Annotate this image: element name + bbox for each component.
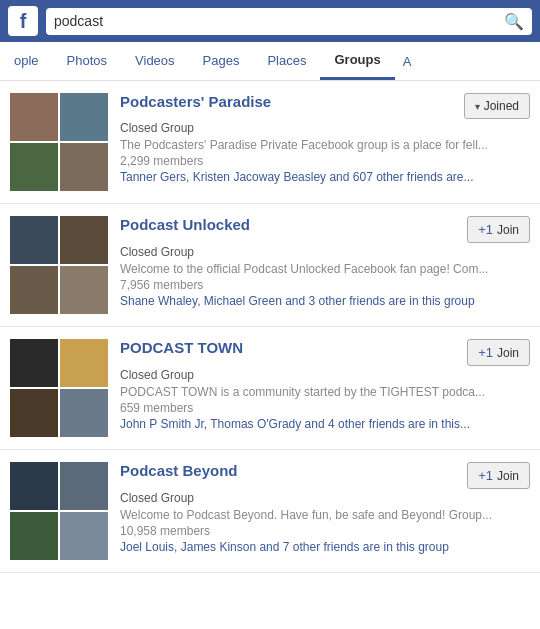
group-name[interactable]: PODCAST TOWN xyxy=(120,339,243,356)
tab-more[interactable]: A xyxy=(395,44,420,79)
group-photo xyxy=(10,266,58,314)
plus-icon: +1 xyxy=(478,345,493,360)
group-photo xyxy=(60,216,108,264)
group-description: The Podcasters' Paradise Private Faceboo… xyxy=(120,138,530,152)
group-header-row: PODCAST TOWN +1 Join xyxy=(120,339,530,366)
search-bar: 🔍 xyxy=(46,8,532,35)
group-photo xyxy=(60,266,108,314)
header: f 🔍 xyxy=(0,0,540,42)
tab-people[interactable]: ople xyxy=(0,43,53,80)
join-button[interactable]: +1 Join xyxy=(467,216,530,243)
tab-groups[interactable]: Groups xyxy=(320,42,394,80)
group-item: Podcast Beyond +1 Join Closed Group Welc… xyxy=(0,450,540,573)
group-friends: Joel Louis, James Kinson and 7 other fri… xyxy=(120,540,530,554)
group-photos xyxy=(10,462,110,560)
nav-tabs: ople Photos Videos Pages Places Groups A xyxy=(0,42,540,81)
search-button[interactable]: 🔍 xyxy=(504,12,524,31)
group-friends: Shane Whaley, Michael Green and 3 other … xyxy=(120,294,530,308)
tab-pages[interactable]: Pages xyxy=(189,43,254,80)
plus-icon: +1 xyxy=(478,468,493,483)
join-button[interactable]: +1 Join xyxy=(467,339,530,366)
group-photo xyxy=(60,462,108,510)
facebook-logo: f xyxy=(8,6,38,36)
group-item: PODCAST TOWN +1 Join Closed Group PODCAS… xyxy=(0,327,540,450)
group-members: 10,958 members xyxy=(120,524,530,538)
group-photo xyxy=(60,512,108,560)
group-info: Podcast Unlocked +1 Join Closed Group We… xyxy=(120,216,530,314)
group-info: Podcasters' Paradise ▾ Joined Closed Gro… xyxy=(120,93,530,191)
group-members: 7,956 members xyxy=(120,278,530,292)
group-info: PODCAST TOWN +1 Join Closed Group PODCAS… xyxy=(120,339,530,437)
group-friends: Tanner Gers, Kristen Jacoway Beasley and… xyxy=(120,170,530,184)
group-item: Podcasters' Paradise ▾ Joined Closed Gro… xyxy=(0,81,540,204)
group-photo xyxy=(10,339,58,387)
group-photo xyxy=(10,93,58,141)
group-info: Podcast Beyond +1 Join Closed Group Welc… xyxy=(120,462,530,560)
tab-photos[interactable]: Photos xyxy=(53,43,121,80)
group-type: Closed Group xyxy=(120,245,530,259)
group-photo xyxy=(60,389,108,437)
group-description: PODCAST TOWN is a community started by t… xyxy=(120,385,530,399)
group-header-row: Podcast Unlocked +1 Join xyxy=(120,216,530,243)
tab-places[interactable]: Places xyxy=(253,43,320,80)
group-photo xyxy=(10,389,58,437)
group-item: Podcast Unlocked +1 Join Closed Group We… xyxy=(0,204,540,327)
group-description: Welcome to the official Podcast Unlocked… xyxy=(120,262,530,276)
group-type: Closed Group xyxy=(120,121,530,135)
group-header-row: Podcasters' Paradise ▾ Joined xyxy=(120,93,530,119)
group-type: Closed Group xyxy=(120,368,530,382)
group-photo xyxy=(10,216,58,264)
plus-icon: +1 xyxy=(478,222,493,237)
group-photos xyxy=(10,216,110,314)
group-name[interactable]: Podcast Unlocked xyxy=(120,216,250,233)
group-description: Welcome to Podcast Beyond. Have fun, be … xyxy=(120,508,530,522)
join-button[interactable]: +1 Join xyxy=(467,462,530,489)
tab-videos[interactable]: Videos xyxy=(121,43,189,80)
group-header-row: Podcast Beyond +1 Join xyxy=(120,462,530,489)
group-members: 659 members xyxy=(120,401,530,415)
group-photo xyxy=(10,143,58,191)
search-input[interactable] xyxy=(54,13,498,29)
group-name[interactable]: Podcast Beyond xyxy=(120,462,238,479)
group-photos xyxy=(10,339,110,437)
groups-list: Podcasters' Paradise ▾ Joined Closed Gro… xyxy=(0,81,540,573)
group-photo xyxy=(60,143,108,191)
joined-button[interactable]: ▾ Joined xyxy=(464,93,530,119)
group-photos xyxy=(10,93,110,191)
group-photo xyxy=(60,339,108,387)
group-photo xyxy=(10,462,58,510)
chevron-down-icon: ▾ xyxy=(475,101,480,112)
group-members: 2,299 members xyxy=(120,154,530,168)
group-photo xyxy=(60,93,108,141)
group-name[interactable]: Podcasters' Paradise xyxy=(120,93,271,110)
group-friends: John P Smith Jr, Thomas O'Grady and 4 ot… xyxy=(120,417,530,431)
group-photo xyxy=(10,512,58,560)
group-type: Closed Group xyxy=(120,491,530,505)
